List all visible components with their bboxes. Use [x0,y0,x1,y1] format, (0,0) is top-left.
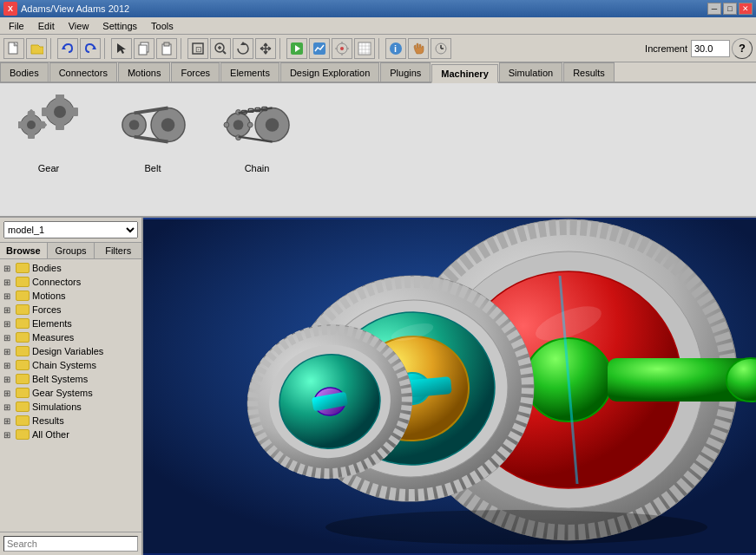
tree-item-gear-systems[interactable]: ⊞ Gear Systems [2,386,140,400]
snap-button[interactable] [332,38,352,59]
tree-item-bodies[interactable]: ⊞ Bodies [2,261,140,275]
copy-button[interactable] [134,38,154,59]
svg-point-62 [247,122,253,127]
tree-label-bodies: Bodies [32,263,62,273]
menu-settings[interactable]: Settings [95,19,144,33]
svg-marker-4 [117,43,126,54]
svg-rect-48 [56,121,64,130]
tree-icon-design-variables [16,346,30,356]
tab-bodies[interactable]: Bodies [0,62,49,82]
pan-button[interactable] [255,38,276,59]
menu-file[interactable]: File [2,19,31,33]
menu-edit[interactable]: Edit [31,19,62,33]
tree-label-elements: Elements [32,318,72,329]
browse-tab-browse[interactable]: Browse [0,243,48,258]
tab-simulation[interactable]: Simulation [499,62,562,82]
info-button[interactable]: i [385,38,406,59]
svg-point-52 [129,120,140,130]
svg-rect-8 [164,42,169,46]
open-button[interactable] [26,38,47,59]
viewport-3d[interactable] [143,218,756,555]
tree-item-belt-systems[interactable]: ⊞ Belt Systems [2,372,140,386]
rotate-button[interactable] [233,38,253,59]
tab-elements[interactable]: Elements [220,62,279,82]
simulation-button[interactable] [286,38,307,59]
browse-tab-groups[interactable]: Groups [48,243,95,258]
hand-button[interactable] [408,38,429,59]
menubar: File Edit View Settings Tools [0,17,756,35]
tree-expand-connectors: ⊞ [3,278,16,287]
tree-icon-forces [16,304,30,315]
tree-expand-motions: ⊞ [3,291,16,301]
svg-point-20 [340,47,344,50]
tree-item-design-variables[interactable]: ⊞ Design Variables [2,344,140,358]
select-button[interactable] [111,38,132,59]
tree-item-chain-systems[interactable]: ⊞ Chain Systems [2,358,140,372]
tab-motions[interactable]: Motions [118,62,171,82]
belt-label: Belt [145,163,161,173]
tree-icon-elements [16,318,30,329]
measure-button[interactable] [431,38,451,59]
undo-button[interactable] [57,38,78,59]
tree-item-connectors[interactable]: ⊞ Connectors [2,275,140,289]
help-button[interactable]: ? [732,38,753,59]
tab-forces[interactable]: Forces [171,62,220,82]
gear-icon-area [14,90,83,160]
maximize-button[interactable]: □ [723,3,737,15]
search-input[interactable] [3,536,138,552]
tree-icon-all-other [16,429,30,440]
tab-machinery[interactable]: Machinery [431,64,497,83]
tree-label-all-other: All Other [32,429,69,440]
tab-plugins[interactable]: Plugins [380,62,431,82]
tab-design-exploration[interactable]: Design Exploration [280,62,379,82]
tree-expand-all-other: ⊞ [3,430,16,440]
tree-item-measures[interactable]: ⊞ Measures [2,330,140,344]
tree-label-motions: Motions [32,291,66,301]
app-icon: X [3,2,17,16]
tree-item-forces[interactable]: ⊞ Forces [2,303,140,317]
tab-results[interactable]: Results [563,62,615,82]
new-button[interactable] [3,38,24,59]
tree-icon-gear-systems [16,388,30,398]
tree-expand-simulations: ⊞ [3,402,16,412]
model-dropdown[interactable]: model_1 [3,221,138,238]
paste-button[interactable] [156,38,177,59]
tree-item-simulations[interactable]: ⊞ Simulations [2,400,140,414]
svg-point-58 [233,120,244,130]
tree-label-connectors: Connectors [32,277,81,287]
svg-rect-41 [18,121,24,128]
svg-point-38 [27,121,36,129]
grid-button[interactable] [354,38,375,59]
redo-button[interactable] [80,38,101,59]
tree: ⊞ Bodies ⊞ Connectors ⊞ Motions ⊞ [0,259,141,532]
minimize-button[interactable]: ─ [707,3,721,15]
tree-item-all-other[interactable]: ⊞ All Other [2,428,140,441]
tree-label-measures: Measures [32,332,74,343]
zoom-in-button[interactable] [210,38,231,59]
left-panel: model_1 Browse Groups Filters ⊞ Bodies ⊞ [0,218,143,555]
increment-input[interactable] [691,40,730,57]
machinery-chain[interactable]: Chain [222,90,292,173]
svg-rect-6 [139,45,147,55]
machinery-gear[interactable]: Gear [14,90,83,173]
tree-item-motions[interactable]: ⊞ Motions [2,289,140,303]
svg-line-14 [223,51,226,54]
machinery-belt[interactable]: Belt [118,90,187,173]
tree-label-design-variables: Design Variables [32,346,103,356]
tree-icon-simulations [16,402,30,412]
belt-icon-area [118,90,187,160]
tab-connectors[interactable]: Connectors [49,62,117,82]
tree-item-results[interactable]: ⊞ Results [2,414,140,428]
browse-tab-filters[interactable]: Filters [95,243,141,258]
toolbar-sep-4 [279,38,283,59]
close-button[interactable]: ✕ [739,3,753,15]
tree-label-belt-systems: Belt Systems [32,374,88,384]
zoom-fit-button[interactable]: ⊡ [187,38,208,59]
toolbar: ⊡ i Increment ? [0,35,756,62]
plot-button[interactable] [309,38,330,59]
app-title: Adams/View Adams 2012 [21,3,707,14]
tree-item-elements[interactable]: ⊞ Elements [2,317,140,330]
tabbar: Bodies Connectors Motions Forces Element… [0,62,756,83]
menu-view[interactable]: View [62,19,96,33]
menu-tools[interactable]: Tools [144,19,181,33]
